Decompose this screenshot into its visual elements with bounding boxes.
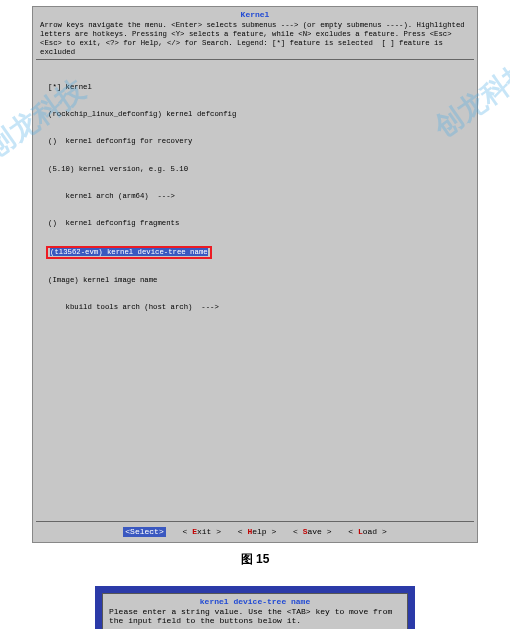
- help-button: < Help >: [238, 527, 276, 537]
- menu-item-fragments: () kernel defconfig fragments: [48, 219, 462, 228]
- dialog-inner: kernel device-tree name Please enter a s…: [102, 593, 408, 629]
- exit-button: < Exit >: [183, 527, 221, 537]
- terminal-button-bar: <Select> < Exit > < Help > < Save > < Lo…: [36, 524, 474, 539]
- menu-item-devicetree-selected: (tl3562-evm) kernel device-tree name: [48, 247, 462, 258]
- terminal-help-text: Arrow keys navigate the menu. <Enter> se…: [36, 21, 474, 57]
- divider: [36, 59, 474, 60]
- terminal-empty-space: [36, 333, 474, 519]
- dialog-devicetree-name: kernel device-tree name Please enter a s…: [95, 586, 415, 629]
- load-button: < Load >: [348, 527, 386, 537]
- terminal-title: Kernel: [36, 10, 474, 20]
- figure-caption-15: 图 15: [32, 551, 478, 568]
- dialog-help-text: Please enter a string value. Use the <TA…: [106, 607, 404, 625]
- menu-item-version: (5.10) kernel version, e.g. 5.10: [48, 165, 462, 174]
- dialog-title: kernel device-tree name: [106, 597, 404, 606]
- menu-item-arch: kernel arch (arm64) --->: [48, 192, 462, 201]
- save-button: < Save >: [293, 527, 331, 537]
- menu-item-image: (Image) kernel image name: [48, 276, 462, 285]
- menu-item-kbuild: kbuild tools arch (host arch) --->: [48, 303, 462, 312]
- menu-item-defconfig: (rockchip_linux_defconfig) kernel defcon…: [48, 110, 462, 119]
- menu-item-kernel: [*] kernel: [48, 83, 462, 92]
- divider: [36, 521, 474, 522]
- document-page: Kernel Arrow keys navigate the menu. <En…: [0, 0, 510, 629]
- terminal-menu-list: [*] kernel (rockchip_linux_defconfig) ke…: [36, 62, 474, 332]
- terminal-kernel-menu: Kernel Arrow keys navigate the menu. <En…: [32, 6, 478, 543]
- select-button: <Select>: [123, 527, 165, 537]
- menu-item-recovery: () kernel defconfig for recovery: [48, 137, 462, 146]
